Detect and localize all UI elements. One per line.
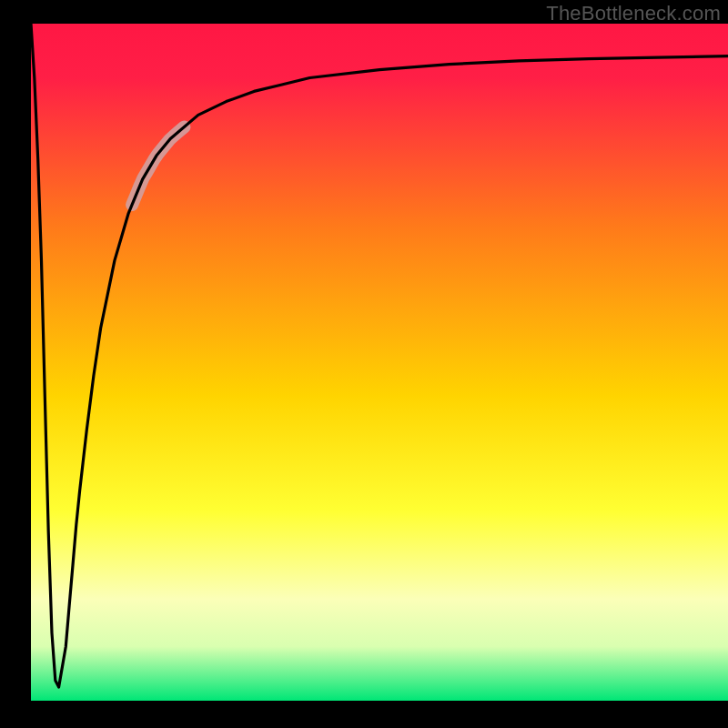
frame-left [0,0,31,728]
chart-frame: { "attribution": "TheBottleneck.com", "c… [0,0,728,728]
attribution-text: TheBottleneck.com [546,2,721,25]
plot-svg [0,0,728,728]
frame-bottom [0,701,728,728]
plot-background [31,24,728,701]
